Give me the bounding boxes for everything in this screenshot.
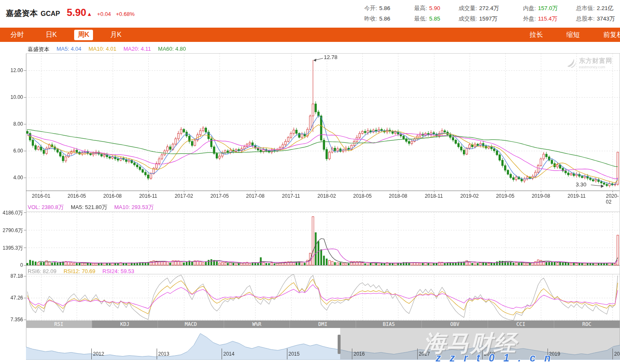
chart-tools: 拉长缩短前复权 — [506, 31, 620, 39]
indicator-tab-wr[interactable]: W%R — [224, 320, 290, 328]
volume-legend-item-0: VOL: 2380.8万 — [28, 204, 64, 211]
eastmoney-watermark-cn: 东方财富网 — [579, 57, 612, 65]
volume-legend: VOL: 2380.8万MA5: 521.80万MA10: 293.53万 — [28, 204, 154, 211]
indicator-tab-kdj[interactable]: KDJ — [92, 320, 158, 328]
x-axis-label: 2016-05 — [67, 193, 86, 199]
up-arrow-icon: ▲ — [87, 11, 92, 17]
price-axis-label: 10.00 — [0, 94, 23, 100]
stat-column: 最高:5.90最低:5.85 — [406, 3, 440, 24]
stat-column: 内盘:157.0万外盘:115.4万 — [514, 3, 558, 24]
nav-drag-handle[interactable] — [338, 335, 341, 354]
stat-label-prev-close: 昨收: — [355, 15, 377, 23]
x-axis-label: 2016-08 — [103, 193, 121, 199]
stat-row-inner-disc: 内盘:157.0万 — [514, 3, 558, 13]
stock-name: 嘉盛资本 — [6, 8, 38, 19]
current-price: 5.90 — [67, 7, 86, 18]
price-change-pct: +0.68% — [116, 11, 134, 17]
stat-column: 总市值:2.21亿总股本:3743万 — [573, 3, 615, 24]
indicator-tab-cci[interactable]: CCI — [488, 320, 554, 328]
period-tabs: 分时日K周K月K — [6, 29, 139, 41]
title-block: 嘉盛资本 GCAP 5.90 ▲ +0.04 +0.68% — [6, 7, 134, 19]
volume-legend-item-2: MA10: 293.53万 — [114, 204, 154, 211]
nav-year-label: 2015 — [289, 351, 300, 357]
rsi-legend: RSI6: 82.09RSI12: 70.69RSI24: 59.53 — [28, 268, 134, 274]
stat-value-open: 5.86 — [379, 5, 390, 11]
price-axis-label: 6.00 — [0, 148, 23, 154]
rsi-legend-item-2: RSI24: 59.53 — [103, 268, 134, 274]
x-axis-label: 2018-05 — [353, 193, 372, 199]
tool-shrink[interactable]: 缩短 — [566, 31, 580, 39]
main-legend-item-4: MA60: 4.80 — [158, 46, 186, 53]
indicator-tab-rsi[interactable]: RSI — [26, 320, 92, 328]
stat-label-market-cap: 总市值: — [573, 5, 594, 12]
eastmoney-watermark: 东方财富网 eastmoney.com — [566, 57, 612, 69]
stats-grid: 今开:5.86昨收:5.86最高:5.90最低:5.85成交量:272.4万成交… — [340, 3, 615, 24]
stat-column: 今开:5.86昨收:5.86 — [355, 3, 390, 24]
stat-row-open: 今开:5.86 — [355, 3, 390, 13]
nav-year-label: 2012 — [93, 351, 104, 357]
indicator-tab-dmi[interactable]: DMI — [290, 320, 356, 328]
stat-row-outer-disc: 外盘:115.4万 — [514, 13, 558, 24]
stat-value-turnover: 1597万 — [479, 15, 498, 23]
x-axis-label: 2019-11 — [568, 193, 586, 199]
tab-fenshi[interactable]: 分时 — [6, 29, 28, 41]
x-axis-label: 2016-01 — [32, 193, 50, 199]
tab-weekly-k[interactable]: 周K — [74, 30, 93, 40]
x-axis-label: 2019-08 — [532, 193, 550, 199]
volume-axis-label: 1395.3万 — [0, 245, 23, 252]
indicator-tab-bias[interactable]: BIAS — [356, 320, 422, 328]
x-axis-label: 2019-02 — [460, 193, 479, 199]
tool-forward-adjust[interactable]: 前复权 — [603, 31, 620, 39]
rsi-legend-item-1: RSI12: 70.69 — [64, 268, 96, 274]
stat-value-outer-disc: 115.4万 — [538, 15, 557, 23]
indicator-tab-roc[interactable]: ROC — [554, 320, 620, 328]
tool-stretch[interactable]: 拉长 — [530, 31, 543, 39]
stat-row-turnover: 成交额:1597万 — [455, 13, 499, 24]
x-axis-label: 2017-11 — [282, 193, 300, 199]
volume-axis-label: 4186.0万 — [0, 209, 23, 217]
stat-row-high: 最高:5.90 — [406, 3, 440, 13]
rsi-axis-label: 47.26 — [0, 295, 23, 301]
indicator-tabbar: RSIKDJMACDW%RDMIBIASOBVCCIROC — [26, 320, 620, 328]
stat-column: 成交量:272.4万成交额:1597万 — [455, 3, 499, 24]
rsi-axis-label: 7.356 — [0, 317, 23, 323]
price-change: +0.04 — [97, 11, 111, 17]
x-axis-label: 2019-05 — [496, 193, 514, 199]
stat-label-total-shares: 总股本: — [573, 15, 594, 23]
volume-axis-label: 2790.6万 — [0, 227, 23, 234]
nav-year-label: 2016 — [354, 351, 365, 357]
volume-axis-label: 0 — [0, 262, 23, 268]
x-axis-label: 2017-05 — [210, 193, 229, 199]
rsi-axis-label: 87.18 — [0, 273, 23, 279]
main-legend: 嘉盛资本MA5: 4.04MA10: 4.01MA20: 4.11MA60: 4… — [28, 46, 186, 53]
stat-row-volume: 成交量:272.4万 — [455, 3, 499, 13]
header: 嘉盛资本 GCAP 5.90 ▲ +0.04 +0.68% 今开:5.86昨收:… — [0, 0, 620, 26]
x-axis-label: 2018-11 — [425, 193, 443, 199]
nav-year-label: 2020 — [614, 351, 620, 357]
period-tabbar: 分时日K周K月K 拉长缩短前复权 — [0, 28, 620, 42]
stat-label-volume: 成交量: — [455, 5, 477, 12]
price-axis-label: 8.00 — [0, 121, 23, 127]
stat-row-low: 最低:5.85 — [406, 13, 440, 24]
indicator-tab-macd[interactable]: MACD — [158, 320, 224, 328]
stat-value-market-cap: 2.21亿 — [597, 5, 613, 12]
indicator-tab-obv[interactable]: OBV — [422, 320, 488, 328]
x-axis-label: 2016-11 — [139, 193, 157, 199]
eastmoney-watermark-en: eastmoney.com — [579, 65, 612, 69]
tab-daily-k[interactable]: 日K — [41, 29, 62, 41]
stat-label-open: 今开: — [355, 5, 377, 12]
stat-value-low: 5.85 — [429, 15, 440, 22]
tab-monthly-k[interactable]: 月K — [106, 29, 126, 41]
stat-value-high: 5.90 — [429, 5, 440, 11]
stat-value-volume: 272.4万 — [479, 5, 499, 12]
main-legend-item-2: MA10: 4.01 — [88, 46, 116, 53]
stat-label-turnover: 成交额: — [455, 15, 477, 23]
stat-value-inner-disc: 157.0万 — [538, 5, 558, 12]
rsi-legend-item-0: RSI6: 82.09 — [28, 268, 57, 274]
stat-label-inner-disc: 内盘: — [514, 5, 536, 12]
x-axis-label: 2017-02 — [175, 193, 193, 199]
chart-canvas[interactable] — [0, 0, 620, 364]
nav-year-label: 2014 — [223, 351, 235, 357]
stat-label-outer-disc: 外盘: — [514, 15, 536, 23]
x-axis-label: 2018-02 — [318, 193, 336, 199]
